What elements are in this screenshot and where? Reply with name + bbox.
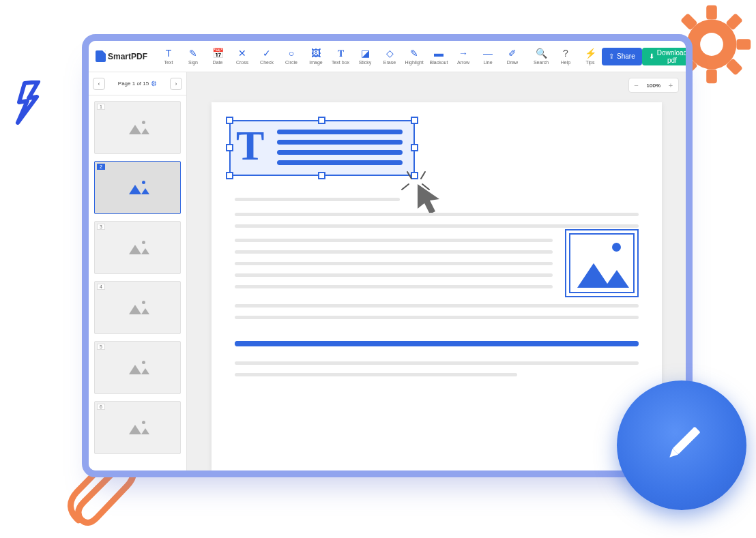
line-icon: — — [483, 48, 493, 59]
edit-fab-button[interactable] — [617, 380, 746, 510]
zoom-out-button[interactable]: − — [629, 78, 644, 93]
thumbnail-page-3[interactable]: 3 — [94, 221, 181, 274]
download-label: Download pdf — [657, 49, 687, 64]
date-icon: 📅 — [212, 48, 224, 59]
draw-icon: ✐ — [508, 48, 517, 59]
tool-date[interactable]: 📅Date — [206, 44, 229, 69]
resize-handle[interactable] — [411, 144, 418, 151]
top-toolbar: SmartPDF TText✎Sign📅Date✕Cross✓Check○Cir… — [89, 41, 686, 72]
tool-draw[interactable]: ✐Draw — [501, 44, 524, 69]
textbox-icon: 𝐓 — [338, 48, 344, 59]
selected-textbox[interactable]: T — [229, 120, 415, 176]
download-button[interactable]: ⬇ Download pdf — [642, 48, 693, 65]
image-placeholder[interactable] — [565, 229, 639, 297]
svg-rect-14 — [673, 428, 699, 454]
prev-page-button[interactable]: ‹ — [93, 78, 105, 90]
util-search[interactable]: 🔍Search — [529, 44, 553, 69]
tool-label: Circle — [285, 60, 297, 65]
tool-label: Erase — [383, 60, 396, 65]
brand-icon — [96, 50, 106, 62]
tool-textbox[interactable]: 𝐓Text box — [329, 44, 352, 69]
document-page[interactable]: T — [212, 102, 662, 470]
highlight-icon: ✎ — [410, 48, 418, 59]
thumbnail-page-6[interactable]: 6 — [94, 401, 181, 454]
resize-handle[interactable] — [318, 172, 325, 179]
tool-label: Date — [213, 60, 223, 65]
text-content — [235, 304, 639, 327]
tool-label: Cross — [236, 60, 248, 65]
thumbnail-page-1[interactable]: 1 — [94, 101, 181, 154]
image-icon — [129, 361, 147, 374]
svg-line-10 — [402, 184, 409, 190]
util-tips[interactable]: ⚡Tips — [579, 44, 602, 69]
arrow-icon: → — [459, 48, 468, 59]
page-label: Page 1 of 15 — [118, 80, 149, 87]
tool-text[interactable]: TText — [157, 44, 180, 69]
tool-label: Text box — [332, 60, 349, 65]
util-label: Search — [534, 60, 549, 65]
page-indicator: Page 1 of 15 ⚙ — [118, 80, 157, 87]
tool-label: Sign — [188, 60, 198, 65]
tool-label: Text — [164, 60, 173, 65]
tool-image[interactable]: 🖼Image — [304, 44, 328, 69]
text-content — [235, 198, 553, 209]
tool-sign[interactable]: ✎Sign — [181, 44, 205, 69]
image-icon — [129, 301, 147, 314]
tool-label: Line — [483, 60, 492, 65]
tool-line[interactable]: —Line — [476, 44, 499, 69]
thumbnail-sidebar: ‹ Page 1 of 15 ⚙ › 123456 — [89, 72, 187, 470]
tool-cross[interactable]: ✕Cross — [231, 44, 254, 69]
share-button[interactable]: ⇪ Share — [602, 48, 642, 65]
resize-handle[interactable] — [226, 144, 233, 151]
image-icon — [129, 241, 147, 254]
thumb-number: 2 — [97, 164, 105, 170]
download-icon: ⬇ — [649, 53, 654, 60]
tool-check[interactable]: ✓Check — [255, 44, 278, 69]
thumbnail-page-5[interactable]: 5 — [94, 341, 181, 394]
util-help[interactable]: ?Help — [554, 44, 577, 69]
tool-erase[interactable]: ◇Erase — [378, 44, 401, 69]
svg-rect-3 — [706, 69, 717, 83]
svg-rect-2 — [706, 5, 717, 20]
thumb-number: 1 — [97, 104, 105, 110]
tool-circle[interactable]: ○Circle — [280, 44, 303, 69]
image-icon — [129, 181, 147, 194]
resize-handle[interactable] — [318, 117, 325, 124]
util-label: Help — [561, 60, 570, 65]
thumb-number: 3 — [97, 224, 105, 230]
tool-palette: TText✎Sign📅Date✕Cross✓Check○Circle🖼Image… — [157, 44, 524, 69]
thumbnail-page-2[interactable]: 2 — [94, 161, 181, 214]
tool-blackout[interactable]: ▬Blackout — [427, 44, 450, 69]
image-icon: 🖼 — [311, 48, 321, 59]
tool-label: Blackout — [430, 60, 448, 65]
thumbnail-page-4[interactable]: 4 — [94, 281, 181, 334]
image-icon — [129, 121, 147, 134]
tool-highlight[interactable]: ✎Highlight — [403, 44, 426, 69]
resize-handle[interactable] — [411, 117, 418, 124]
share-label: Share — [617, 53, 635, 60]
tool-label: Draw — [507, 60, 518, 65]
share-icon: ⇪ — [609, 53, 614, 60]
search-icon: 🔍 — [536, 48, 547, 59]
zoom-in-button[interactable]: + — [663, 78, 678, 93]
text-content — [235, 239, 553, 297]
zoom-value: 100% — [644, 83, 663, 89]
tool-label: Arrow — [457, 60, 469, 65]
page-settings-icon[interactable]: ⚙ — [151, 80, 157, 87]
thumb-number: 5 — [97, 344, 105, 350]
tool-arrow[interactable]: →Arrow — [452, 44, 475, 69]
page-navigator: ‹ Page 1 of 15 ⚙ › — [89, 72, 186, 95]
text-icon: T — [166, 48, 172, 59]
tool-sticky[interactable]: ◪Sticky — [353, 44, 377, 69]
next-page-button[interactable]: › — [170, 78, 182, 90]
resize-handle[interactable] — [226, 172, 233, 179]
workspace: ‹ Page 1 of 15 ⚙ › 123456 − 100% + T — [89, 72, 686, 470]
tips-icon: ⚡ — [585, 48, 596, 59]
resize-handle[interactable] — [226, 117, 233, 124]
sign-icon: ✎ — [189, 48, 197, 59]
tool-label: Highlight — [405, 60, 423, 65]
sticky-icon: ◪ — [361, 48, 370, 59]
blackout-icon: ▬ — [434, 48, 444, 59]
document-canvas: − 100% + T — [187, 72, 686, 470]
thumb-number: 6 — [97, 404, 105, 410]
